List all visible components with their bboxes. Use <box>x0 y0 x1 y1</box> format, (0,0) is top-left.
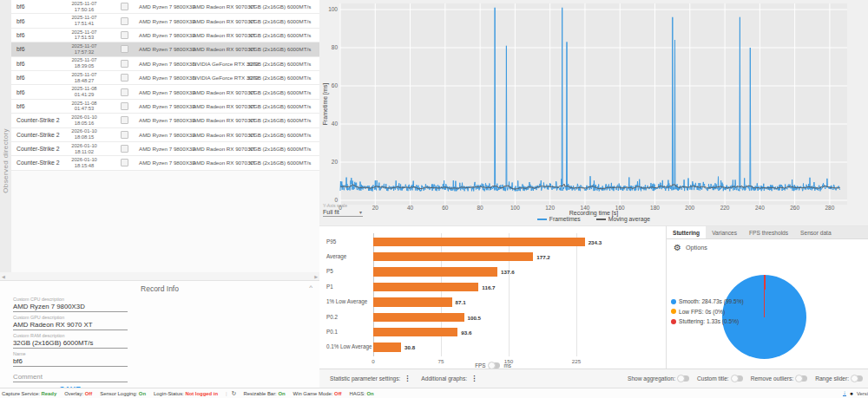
x-tick-label: 100 <box>510 205 520 211</box>
ram-name: 32GB (2x16GB) 6000MT/s <box>247 3 319 10</box>
record-time: 18:15:48 <box>59 163 109 169</box>
info-circle-icon[interactable]: ● <box>850 390 853 396</box>
table-row[interactable]: bf62025-11-0718:48:27AMD Ryzen 7 9800X3D… <box>11 71 319 85</box>
ram-name: 32GB (2x16GB) 6000MT/s <box>247 32 319 38</box>
gpu-name: AMD Radeon RX 9070 XT <box>193 89 247 95</box>
download-update-icon[interactable]: ↓ <box>843 390 846 396</box>
record-time: 18:11:02 <box>59 149 109 155</box>
toggle-switch[interactable] <box>796 375 807 382</box>
row-checkbox[interactable] <box>121 3 128 10</box>
status-item: Win Game Mode: Off <box>293 391 342 396</box>
status-bar: Capture Service: ReadyOverlay: OffSensor… <box>0 388 868 398</box>
row-checkbox[interactable] <box>121 131 128 139</box>
x-tick-label: 180 <box>650 205 660 211</box>
row-checkbox[interactable] <box>121 88 128 96</box>
legend-item: Frametimes <box>537 216 581 222</box>
field-input[interactable]: AMD Ryzen 7 9800X3D <box>13 302 128 312</box>
game-name: bf6 <box>11 32 59 38</box>
status-value: On <box>367 391 374 396</box>
table-row[interactable]: Counter-Strike 22026-01-1018:05:16AMD Ry… <box>11 114 319 127</box>
version-label: Versi <box>857 391 868 396</box>
record-timestamp: 2025-11-0717:51:41 <box>59 15 109 27</box>
gpu-name: AMD Radeon RX 9070 XT <box>193 18 247 24</box>
table-row[interactable]: Counter-Strike 22026-01-1018:15:48AMD Ry… <box>11 156 319 170</box>
row-checkbox[interactable] <box>121 145 128 153</box>
record-timestamp: 2026-01-1018:11:02 <box>59 143 109 155</box>
ram-name: 32GB (2x16GB) 6000MT/s <box>247 132 319 138</box>
unit-toggle-row: FPSms <box>319 362 667 369</box>
field-input[interactable]: 32GB (2x16GB) 6000MT/s <box>13 338 128 349</box>
row-checkbox[interactable] <box>121 74 128 82</box>
status-label: HAGS: <box>350 391 367 396</box>
table-row[interactable]: bf62025-11-0717:57:32AMD Ryzen 7 9800X3D… <box>11 42 319 56</box>
status-label: Overlay: <box>64 391 85 396</box>
table-row[interactable]: bf62025-11-0801:47:53AMD Ryzen 7 9800X3D… <box>11 100 319 114</box>
row-checkbox[interactable] <box>121 31 128 39</box>
settings-button-label: Statistic parameter settings: <box>330 375 400 382</box>
gpu-name: NVIDIA GeForce RTX 3070 <box>193 75 247 81</box>
bar-category-label: P5 <box>326 268 333 274</box>
fps-ms-toggle[interactable] <box>489 362 500 369</box>
row-checkbox[interactable] <box>121 17 128 25</box>
ram-name: 32GB (2x16GB) 6000MT/s <box>247 160 319 166</box>
gpu-name: AMD Radeon RX 9070 XT <box>193 103 247 109</box>
field-input[interactable]: Comment <box>13 372 128 382</box>
toggle-custom-title[interactable]: Custom title: <box>697 375 743 382</box>
toggle-range-slider[interactable]: Range slider: <box>815 375 863 382</box>
tab-sensor-data[interactable]: Sensor data <box>794 226 838 238</box>
tab-fps-thresholds[interactable]: FPS thresholds <box>743 226 794 238</box>
toggle-show-aggregation[interactable]: Show aggregation: <box>628 375 689 382</box>
table-row[interactable]: bf62025-11-0717:51:53AMD Ryzen 7 9800X3D… <box>11 29 319 42</box>
settings-button[interactable]: Additional graphs:⋮ <box>421 375 477 382</box>
y-tick-label: 100 <box>328 6 338 12</box>
toggle-switch[interactable] <box>732 375 743 382</box>
x-tick-label: 220 <box>720 205 730 211</box>
record-date: 2025-11-08 <box>59 86 109 92</box>
game-name: bf6 <box>11 61 59 67</box>
row-checkbox[interactable] <box>121 116 128 124</box>
toggle-switch[interactable] <box>852 375 863 382</box>
y-tick-label: 80 <box>332 44 339 50</box>
tab-stuttering[interactable]: Stuttering <box>667 226 706 238</box>
record-date: 2025-11-07 <box>59 29 109 36</box>
gpu-name: AMD Radeon RX 9070 XT <box>193 46 247 52</box>
collapse-chevron-icon[interactable]: ^ <box>309 284 312 291</box>
toggle-remove-outliers[interactable]: Remove outliers: <box>751 375 807 382</box>
pie-legend-item: Smooth: 284.73s (99.5%) <box>671 298 744 304</box>
toggle-knob <box>795 375 803 382</box>
field-input[interactable]: bf6 <box>13 356 128 367</box>
settings-button[interactable]: Statistic parameter settings:⋮ <box>330 375 411 382</box>
status-label: Win Game Mode: <box>293 391 334 396</box>
record-list-hscrollbar[interactable]: ◀ ▶ <box>0 272 319 280</box>
pie-legend-label: Low FPS: 0s (0%) <box>679 309 725 315</box>
table-row[interactable]: bf62025-11-0717:51:41AMD Ryzen 7 9800X3D… <box>11 14 319 28</box>
status-value: On <box>278 391 285 396</box>
game-name: bf6 <box>11 89 59 95</box>
options-row[interactable]: ⚙ Options <box>674 243 707 252</box>
chevron-down-icon: ▾ <box>359 209 362 215</box>
table-row[interactable]: bf62025-11-0718:39:05AMD Ryzen 7 9800X3D… <box>11 57 319 71</box>
fps-statistics-card: 075150225P95234.3Average177.2P5137.6P111… <box>319 225 667 369</box>
refresh-icon[interactable]: ↻ <box>232 390 237 397</box>
tab-variances[interactable]: Variances <box>706 226 743 238</box>
row-checkbox[interactable] <box>121 159 128 166</box>
row-checkbox[interactable] <box>121 45 128 53</box>
row-checkbox[interactable] <box>121 60 128 68</box>
table-row[interactable]: bf62025-11-0717:50:16AMD Ryzen 7 9800X3D… <box>11 0 319 14</box>
frametime-legend: FrametimesMoving average <box>340 216 847 222</box>
x-tick-label: 280 <box>825 205 834 211</box>
field-input[interactable]: AMD Radeon RX 9070 XT <box>13 320 128 330</box>
x-tick-label: 20 <box>372 205 379 211</box>
scroll-right-icon[interactable]: ▶ <box>314 274 318 279</box>
table-row[interactable]: Counter-Strike 22026-01-1018:08:15AMD Ry… <box>11 128 319 142</box>
toggle-switch[interactable] <box>678 375 689 382</box>
table-row[interactable]: Counter-Strike 22026-01-1018:11:02AMD Ry… <box>11 142 319 156</box>
scroll-left-icon[interactable]: ◀ <box>2 274 5 279</box>
table-row[interactable]: bf62025-11-0801:41:29AMD Ryzen 7 9800X3D… <box>11 85 319 99</box>
row-checkbox[interactable] <box>121 102 128 110</box>
cpu-name: AMD Ryzen 7 9800X3D <box>139 18 193 24</box>
bar <box>373 313 464 323</box>
record-info-field: Comment <box>13 372 128 382</box>
toggle-knob <box>731 375 739 382</box>
record-timestamp: 2025-11-0717:51:53 <box>59 29 109 42</box>
